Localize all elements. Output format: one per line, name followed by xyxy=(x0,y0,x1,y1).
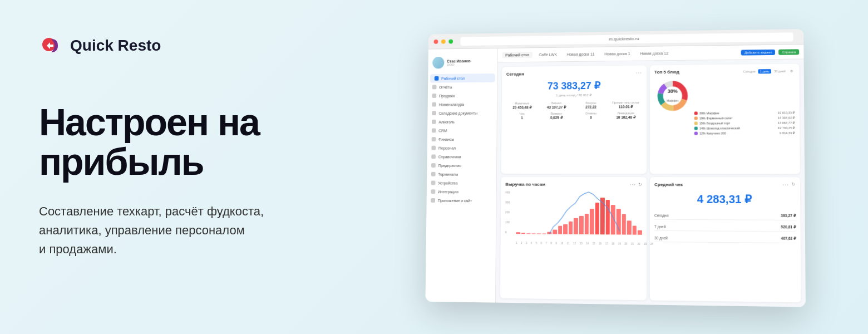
bar-14 xyxy=(584,214,589,234)
help-button[interactable]: Справка xyxy=(779,49,800,55)
legend-dot-5 xyxy=(694,132,698,135)
avgcheck-row-today: Сегодня 383,27 ₽ xyxy=(654,211,796,220)
barchart-menu[interactable]: ··· xyxy=(630,181,636,188)
legend-item-4: 14% Шоколад классический 19 700,25 ₽ xyxy=(694,126,795,130)
legend-dot-2 xyxy=(694,116,698,120)
legend-item-1: 30% Маффин 19 010,33 ₽ xyxy=(694,111,795,115)
today-title: Сегодня xyxy=(506,72,524,77)
donut-name: Маффин xyxy=(667,99,678,102)
bar-23 xyxy=(633,225,637,235)
nav-tab-caffe[interactable]: Сaffé LWK xyxy=(536,52,560,58)
browser-dot-yellow xyxy=(441,39,446,43)
sidebar-item-crm[interactable]: СRM xyxy=(427,126,497,135)
barchart-widget: Выручка по часам ··· ↻ 400 300 xyxy=(500,177,647,301)
bar-12 xyxy=(574,218,578,234)
stat-other: Прочие типы оплат 110.01 ₽ xyxy=(609,101,642,109)
stat-cash: Наличные 29 450,48 ₽ xyxy=(506,101,538,110)
sidebar-icon xyxy=(432,137,436,141)
bar-19 xyxy=(611,205,615,235)
legend-dot-3 xyxy=(694,122,698,125)
bar-24 xyxy=(638,230,642,235)
sidebar-icon xyxy=(431,146,436,150)
nav-tab-board3[interactable]: Новая доска 12 xyxy=(637,50,672,57)
logo-icon xyxy=(39,33,63,58)
donut-pct: 38% xyxy=(667,88,678,94)
sidebar-item-terminals[interactable]: Терминалы xyxy=(427,170,496,179)
sidebar-item-warehouse[interactable]: Складские документы xyxy=(427,109,496,117)
bar-15 xyxy=(590,209,594,234)
sidebar-icon xyxy=(431,163,436,168)
date-tab-today[interactable]: Сегодня xyxy=(742,69,757,73)
sidebar-item-finance[interactable]: Финансы xyxy=(427,135,497,144)
sidebar-item-nomenclature[interactable]: Номенклатура xyxy=(428,100,497,109)
chart-area: 400 300 200 100 0 xyxy=(505,191,642,242)
sidebar-icon xyxy=(431,172,436,176)
bar-9 xyxy=(558,226,563,234)
today-menu-icon[interactable]: ··· xyxy=(636,70,642,76)
bar-11 xyxy=(569,222,573,234)
date-tab-30days[interactable]: 30 дней xyxy=(772,68,787,73)
y-axis: 400 300 200 100 0 xyxy=(505,191,510,234)
date-tab-1day[interactable]: 1 день xyxy=(758,69,771,73)
avgcheck-menu[interactable]: ··· xyxy=(782,181,789,188)
nav-tab-board2[interactable]: Новая доска 1 xyxy=(601,51,633,57)
sidebar-item-reports[interactable]: Отчёты xyxy=(428,82,497,92)
content-with-nav: Рабочий стол Сaffé LWK Новая доска 11 Но… xyxy=(496,45,806,307)
sidebar-item-alcohol[interactable]: Алкоголь xyxy=(427,117,497,126)
top5-widget-header: Топ 5 блюд Сегодня 1 день 30 дней ⚙ xyxy=(654,68,795,75)
legend-item-2: 19% Фирменный салат 14 307,62 ₽ xyxy=(694,116,795,120)
sidebar-icon xyxy=(432,111,436,115)
legend-item-3: 15% Воздушный торт 13 067,77 ₽ xyxy=(694,121,795,125)
sidebar-icon xyxy=(432,120,436,124)
barchart-refresh[interactable]: ↻ xyxy=(638,182,642,187)
today-stats: Наличные 29 450,48 ₽ Безнал 43 107,37 ₽ … xyxy=(506,101,642,110)
today-big-value: 73 383,27 ₽ xyxy=(506,79,642,92)
bar-21 xyxy=(622,214,626,234)
stat-liquidation: Ликвидация 10 102,48 ₽ xyxy=(609,111,642,120)
sidebar-item-sales[interactable]: Продажи xyxy=(428,91,497,100)
avgcheck-refresh[interactable]: ↻ xyxy=(791,181,795,188)
today-stats2: Чек 1 Возврат 0,029 ₽ Отмены 0 xyxy=(506,111,642,120)
sidebar-icon xyxy=(432,94,437,98)
barchart-header: Выручка по часам ··· ↻ xyxy=(505,181,642,188)
top5-date-tabs: Сегодня 1 день 30 дней ⚙ xyxy=(742,68,795,73)
date-tab-settings[interactable]: ⚙ xyxy=(788,68,795,73)
sidebar-item-desktop[interactable]: Рабочий стол xyxy=(430,73,495,83)
subtext: Составление техкарт, расчёт фудкоста, ан… xyxy=(39,202,339,259)
headline: Настроен на прибыль xyxy=(39,102,339,182)
bar-4 xyxy=(532,233,536,234)
user-info: Стас Иванов ООО xyxy=(447,59,471,66)
nav-tab-board1[interactable]: Новая доска 11 xyxy=(564,51,598,58)
bar-17 xyxy=(600,198,605,234)
sidebar-item-apps[interactable]: Приложение и сайт xyxy=(427,196,496,205)
bar-6 xyxy=(542,233,546,234)
bar-22 xyxy=(627,220,632,234)
logo-area: Quick Resto xyxy=(39,33,339,58)
logo-text: Quick Resto xyxy=(70,37,161,55)
avgcheck-widget: Средний чек ··· ↻ 4 283,31 ₽ Сегодня xyxy=(650,177,801,302)
top5-content: 38% Маффин 30% Маффин 19 010,3 xyxy=(654,77,795,169)
sidebar-item-refs[interactable]: Справочники xyxy=(427,152,497,161)
sidebar-item-staff[interactable]: Персонал xyxy=(427,144,497,153)
legend-dot-4 xyxy=(694,127,698,130)
x-labels: 123456789101112131415161718192021222324 xyxy=(516,242,653,245)
sidebar-icon xyxy=(432,85,437,90)
add-widget-button[interactable]: Добавить виджет xyxy=(741,49,776,55)
sidebar-item-integrations[interactable]: Интеграции xyxy=(427,187,496,196)
bar-7 xyxy=(548,232,552,234)
nav-tab-desktop[interactable]: Рабочий стол xyxy=(502,52,532,58)
stat-return: Возврат 0,029 ₽ xyxy=(540,112,573,120)
sidebar-item-devices[interactable]: Устройства xyxy=(427,179,496,188)
dashboard-screenshot: m.quickresto.ru Стас Иванов ООО Ра xyxy=(425,29,805,307)
bar-18 xyxy=(606,200,610,234)
sidebar-icon xyxy=(435,76,439,81)
top5-widget: Топ 5 блюд Сегодня 1 день 30 дней ⚙ xyxy=(650,64,800,174)
avgcheck-row-30days: 30 дней 407,62 ₽ xyxy=(654,234,796,243)
sidebar-icon xyxy=(431,154,436,159)
barchart-title: Выручка по часам xyxy=(505,182,545,187)
avgcheck-row-7days: 7 дней 520,81 ₽ xyxy=(654,223,796,232)
sidebar-user: Стас Иванов ООО xyxy=(428,53,497,72)
bar-2 xyxy=(521,233,525,234)
browser-url: m.quickresto.ru xyxy=(460,32,793,46)
sidebar-item-enterprise[interactable]: Предприятия xyxy=(427,161,496,170)
